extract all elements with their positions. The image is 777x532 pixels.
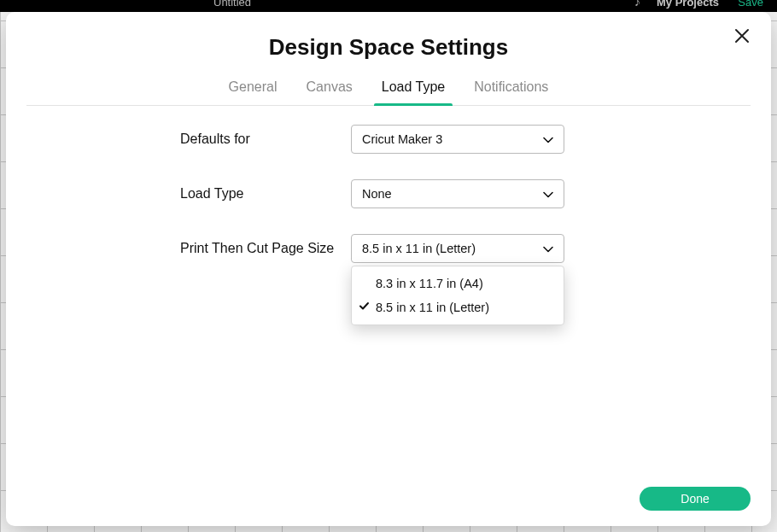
save-link: Save [738, 0, 763, 9]
select-value: 8.5 in x 11 in (Letter) [362, 242, 476, 255]
select-defaults-for[interactable]: Cricut Maker 3 [351, 125, 564, 154]
tab-canvas[interactable]: Canvas [307, 79, 353, 105]
page-size-dropdown: 8.3 in x 11.7 in (A4) 8.5 in x 11 in (Le… [351, 266, 564, 325]
label-load-type: Load Type [180, 186, 351, 202]
page-size-option-a4[interactable]: 8.3 in x 11.7 in (A4) [352, 272, 564, 295]
document-title: Untitled [213, 0, 251, 9]
tabs: General Canvas Load Type Notifications [26, 79, 751, 106]
select-load-type[interactable]: None [351, 179, 564, 208]
select-value: Cricut Maker 3 [362, 132, 442, 146]
my-projects-link: My Projects [657, 0, 719, 9]
select-page-size[interactable]: 8.5 in x 11 in (Letter) [351, 234, 564, 263]
row-defaults-for: Defaults for Cricut Maker 3 [180, 125, 597, 154]
label-defaults-for: Defaults for [180, 132, 351, 147]
close-button[interactable] [730, 24, 754, 48]
chevron-down-icon [543, 242, 553, 255]
chevron-down-icon [543, 187, 553, 201]
app-topbar: Untitled ♪ My Projects Save [0, 0, 777, 12]
settings-modal: Design Space Settings General Canvas Loa… [6, 12, 771, 526]
chevron-down-icon [543, 132, 553, 146]
tab-notifications[interactable]: Notifications [474, 79, 548, 105]
modal-footer: Done [640, 487, 751, 511]
check-icon [359, 301, 370, 314]
select-value: None [362, 187, 392, 201]
option-label: 8.3 in x 11.7 in (A4) [376, 277, 483, 290]
option-label: 8.5 in x 11 in (Letter) [376, 301, 489, 314]
done-button[interactable]: Done [640, 487, 751, 511]
row-load-type: Load Type None [180, 179, 597, 208]
user-icon: ♪ [634, 0, 640, 9]
settings-form: Defaults for Cricut Maker 3 Load Type No… [26, 125, 751, 263]
tab-general[interactable]: General [229, 79, 278, 105]
label-page-size: Print Then Cut Page Size [180, 241, 351, 256]
close-icon [734, 28, 750, 44]
page-size-option-letter[interactable]: 8.5 in x 11 in (Letter) [352, 295, 564, 319]
tab-load-type[interactable]: Load Type [382, 79, 445, 105]
row-page-size: Print Then Cut Page Size 8.5 in x 11 in … [180, 234, 597, 263]
modal-title: Design Space Settings [26, 34, 751, 61]
